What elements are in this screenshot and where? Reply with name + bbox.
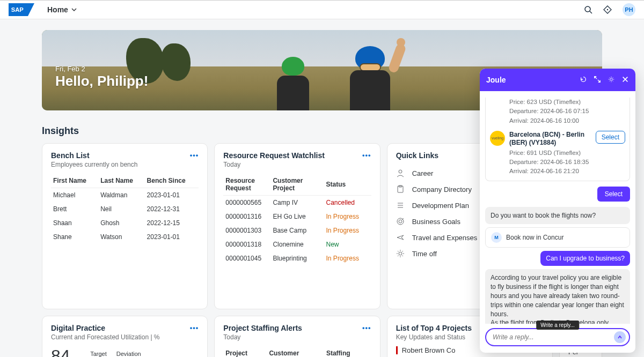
flight-card-1: Price: 623 USD (Timeflex) Departure: 202… [485, 98, 630, 181]
table-row[interactable]: ShaneWatson2023-01-01 [51, 230, 199, 244]
table-row[interactable]: ShaanGhosh2022-12-15 [51, 216, 199, 230]
user-message: Can I upgrade to business? [540, 251, 630, 266]
bench-table: First Name Last Name Bench Since Michael… [51, 174, 199, 244]
svg-point-5 [399, 170, 402, 173]
clipboard-icon [396, 185, 405, 194]
svg-point-14 [610, 78, 612, 80]
table-row[interactable]: 0000001316EH Go LiveIn Progress [223, 210, 371, 224]
person-icon [396, 169, 405, 177]
svg-point-12 [399, 220, 402, 223]
expand-icon[interactable] [594, 76, 601, 85]
digital-title: Digital Practice [51, 324, 160, 332]
svg-line-3 [590, 11, 592, 13]
table-row[interactable]: 0000001318ClonemineNew [223, 237, 371, 251]
flight-route: Barcelona (BCN) - Berlin (BER) (VY1884) [509, 131, 591, 147]
search-icon[interactable] [584, 5, 592, 14]
watchlist-table: Resource Request Customer Project Status… [223, 174, 371, 265]
staffing-title: Project Staffing Alerts [223, 324, 302, 332]
svg-text:SAP: SAP [11, 6, 24, 13]
shell-header: SAP Home PH [0, 0, 644, 19]
hero-greeting: Hello, Philipp! [55, 73, 148, 90]
staffing-more-icon[interactable]: ••• [362, 324, 371, 332]
svg-point-13 [399, 252, 402, 255]
watchlist-title: Resource Request Watchlist [223, 151, 325, 160]
sap-logo: SAP [9, 3, 34, 16]
select-action-button[interactable]: Select [597, 187, 630, 202]
staffing-alerts-card: Project Staffing Alerts Today ••• Projec… [214, 316, 380, 357]
watchlist-more-icon[interactable]: ••• [362, 151, 371, 159]
joule-title: Joule [486, 76, 506, 84]
airline-logo: vueling [490, 131, 505, 146]
chevron-up-icon [617, 334, 623, 340]
chevron-down-icon [71, 7, 77, 12]
send-button[interactable] [614, 331, 626, 343]
assistant-message: According to your travel policy you are … [485, 269, 630, 324]
top4-title: List of Top 4 Projects [396, 324, 472, 332]
watchlist-card: Resource Request Watchlist Today ••• Res… [214, 143, 380, 309]
digital-subtitle: Current and Forecasted Utilization | % [51, 333, 160, 341]
svg-point-4 [607, 9, 608, 10]
digital-practice-card: Digital Practice Current and Forecasted … [42, 316, 208, 357]
home-menu[interactable]: Home [47, 5, 77, 14]
action-card[interactable]: M Book now in Concur [485, 227, 630, 248]
quicklinks-title: Quick Links [396, 151, 438, 160]
table-row[interactable]: MichaelWaldman2023-01-01 [51, 188, 199, 203]
hero-date: Fri, Feb 2 [55, 65, 148, 73]
avatar[interactable]: PH [623, 3, 635, 16]
avatar-mini: M [491, 232, 502, 243]
joule-input-area: Write a reply... [480, 324, 635, 353]
select-button[interactable]: Select [596, 131, 625, 144]
bench-title: Bench List [51, 151, 137, 160]
close-icon[interactable] [621, 76, 629, 85]
bench-more-icon[interactable]: ••• [190, 151, 199, 159]
joule-body: Price: 623 USD (Timeflex) Departure: 202… [480, 91, 635, 324]
assistant-message: Do you want to book the flights now? [485, 207, 630, 225]
plane-icon [396, 233, 405, 242]
bench-subtitle: Employees currently on bench [51, 161, 137, 168]
joule-panel: Joule Price: 623 USD (Timeflex) Departur… [480, 69, 635, 353]
kpi-value: 84 [51, 346, 70, 357]
bench-list-card: Bench List Employees currently on bench … [42, 143, 208, 309]
watchlist-subtitle: Today [223, 161, 325, 168]
home-label: Home [47, 5, 68, 14]
table-row[interactable]: 0000001303Base CampIn Progress [223, 224, 371, 237]
diamond-icon[interactable] [603, 5, 612, 14]
history-icon[interactable] [580, 76, 587, 85]
settings-icon[interactable] [608, 76, 615, 85]
target-icon [396, 217, 405, 226]
gear-icon [396, 249, 405, 258]
digital-more-icon[interactable]: ••• [190, 324, 199, 332]
svg-point-2 [585, 6, 590, 12]
table-row[interactable]: 0000001045BlueprintingIn Progress [223, 251, 371, 265]
reply-input[interactable] [485, 328, 630, 346]
table-row[interactable]: 0000000565Camp IVCancelled [223, 196, 371, 210]
table-row[interactable]: BrettNeil2022-12-31 [51, 202, 199, 216]
input-tooltip: Write a reply... [536, 321, 579, 330]
joule-header: Joule [480, 69, 635, 91]
list-icon [396, 201, 405, 210]
